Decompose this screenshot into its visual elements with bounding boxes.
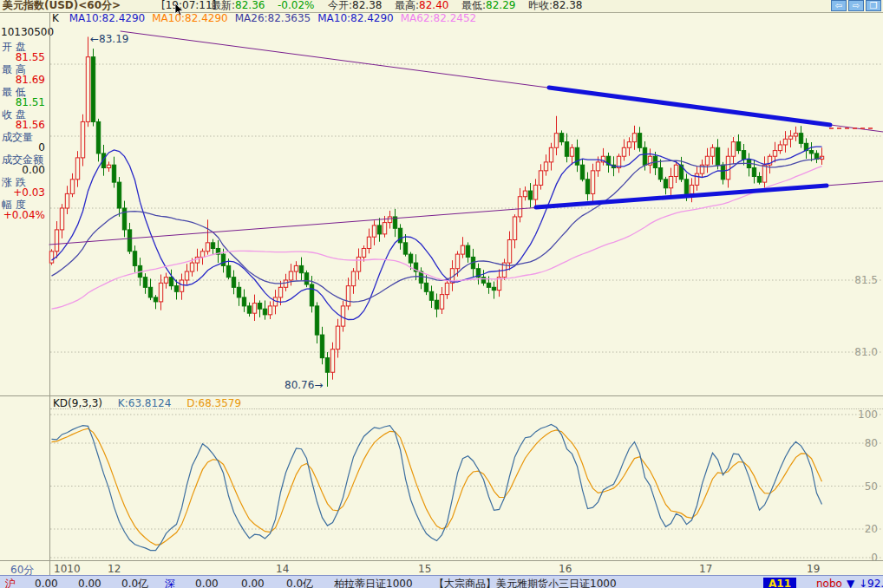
- x-tick-label: 14: [276, 563, 289, 575]
- status-item: 0.00: [241, 578, 265, 588]
- status-item: A11: [763, 578, 796, 588]
- x-tick-label: 15: [418, 563, 431, 575]
- status-item: 0.00: [35, 578, 58, 588]
- status-item: 0.0亿: [286, 578, 313, 588]
- status-item: 0.00: [78, 578, 101, 588]
- status-item: 【大宗商品】美元雅期货小三日证1000: [434, 578, 617, 588]
- x-axis-line: [0, 560, 883, 561]
- status-item: 0.0亿: [121, 578, 148, 588]
- status-item: ↓92.97: [859, 578, 883, 588]
- status-item: ▼: [847, 578, 854, 588]
- status-item: 沪: [5, 578, 16, 588]
- status-item: 深: [165, 578, 175, 588]
- x-tick-label: 19: [807, 563, 820, 575]
- status-bar: 沪0.000.000.0亿深0.000.000.0亿柏拉蒂日证1000【大宗商品…: [0, 575, 883, 588]
- price-chart-canvas[interactable]: [0, 0, 883, 588]
- price-annotation: 80.76→: [285, 379, 323, 391]
- x-tick-label: 12: [108, 563, 121, 575]
- x-tick-label: 1010: [54, 563, 81, 575]
- x-tick-label: 16: [559, 563, 572, 575]
- status-item: 柏拉蒂日证1000: [334, 578, 413, 588]
- status-item: nobo: [816, 578, 842, 588]
- status-item: 0.00: [195, 578, 219, 588]
- x-tick-label: 17: [699, 563, 712, 575]
- price-annotation: ←83.19: [90, 33, 128, 45]
